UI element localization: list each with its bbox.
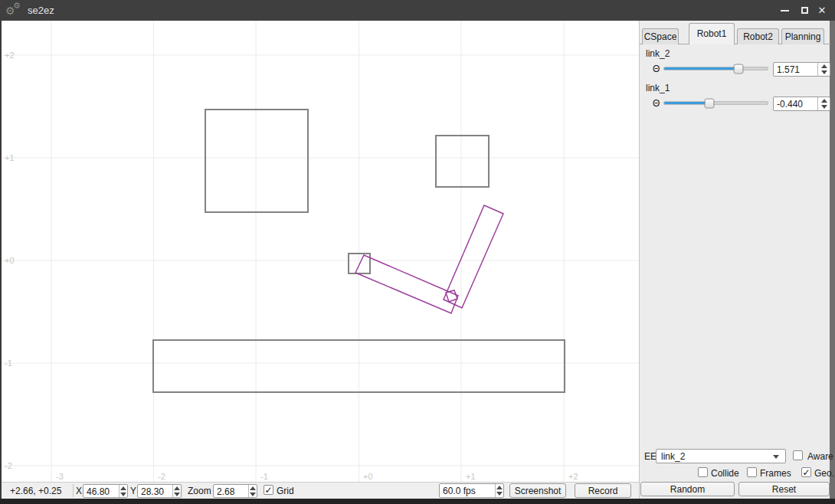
link1-theta-value[interactable]: -0.440: [774, 97, 817, 110]
record-button[interactable]: Record: [575, 483, 631, 498]
spin-up-icon[interactable]: [818, 97, 830, 104]
spin-up-icon[interactable]: [496, 484, 503, 491]
spin-down-icon[interactable]: [818, 70, 830, 77]
grid-checkbox[interactable]: ✓: [264, 485, 273, 495]
obstacle-square-small: [436, 136, 489, 187]
gears-icon: ⚙ ⚙: [5, 2, 25, 20]
x-label: X: [76, 486, 82, 496]
y-label: Y: [130, 486, 136, 496]
window-bottom-border: [0, 499, 835, 504]
aware-label: Aware: [807, 451, 833, 462]
spin-up-icon[interactable]: [818, 63, 830, 70]
tab-robot2[interactable]: Robot2: [737, 28, 779, 44]
theta-symbol: Θ: [653, 98, 660, 109]
cursor-coordinates: +2.66, +0.25: [10, 486, 61, 496]
window-right-border: [830, 21, 835, 499]
slider-fill: [664, 102, 709, 104]
geo-checkbox[interactable]: ✓: [801, 467, 811, 477]
link2-theta-spinbox[interactable]: 1.571: [773, 62, 830, 77]
fps-spinbox[interactable]: 60.0 fps: [439, 483, 504, 498]
spinner-arrows: [119, 485, 127, 497]
y-tick: +1: [5, 153, 15, 162]
y-tick: -1: [5, 358, 12, 368]
y-tick: -2: [5, 461, 12, 470]
link2-slider-handle[interactable]: [734, 64, 744, 74]
tab-planning[interactable]: Planning: [781, 28, 824, 44]
x-tick: -1: [260, 472, 268, 481]
minimize-icon: [781, 10, 789, 11]
geo-label: Geo.: [814, 468, 834, 479]
aware-checkbox[interactable]: [793, 450, 803, 460]
y-axis-labels: +2 +1 +0 -1 -2: [5, 51, 15, 470]
x-axis-labels: -3 -2 -1 +0 +1 +2: [56, 472, 578, 481]
world-canvas[interactable]: +2 +1 +0 -1 -2 -3 -2 -1 +0 +1 +2: [2, 21, 639, 482]
spin-down-icon[interactable]: [818, 104, 830, 111]
spin-down-icon[interactable]: [249, 491, 257, 497]
x-tick: +1: [466, 472, 476, 481]
spin-up-icon[interactable]: [120, 485, 127, 491]
tab-robot1[interactable]: Robot1: [689, 23, 735, 44]
zoom-spinbox[interactable]: 2.68: [213, 484, 257, 498]
spin-down-icon[interactable]: [496, 491, 503, 498]
chevron-down-icon: [773, 455, 779, 459]
x-tick: +0: [363, 472, 373, 481]
fps-value[interactable]: 60.0 fps: [440, 484, 495, 497]
frames-checkbox[interactable]: [747, 467, 757, 477]
ee-label: EE: [644, 451, 657, 462]
spin-down-icon[interactable]: [120, 491, 127, 497]
grid-lines: [2, 21, 639, 482]
control-panel: CSpace Robot1 Robot2 Planning link_2 Θ 1…: [639, 21, 830, 499]
minimize-button[interactable]: [775, 0, 794, 21]
link2-label: link_2: [646, 48, 670, 59]
spinner-arrows: [817, 97, 830, 110]
zoom-value[interactable]: 2.68: [214, 485, 248, 497]
link1-slider-handle[interactable]: [705, 98, 715, 108]
link1-label: link_1: [646, 83, 670, 93]
x-tick: -2: [158, 472, 165, 481]
maximize-button[interactable]: [795, 0, 814, 21]
spinner-arrows: [817, 63, 830, 76]
y-spinbox[interactable]: 28.30: [137, 484, 182, 498]
robot-link1-geometry[interactable]: [355, 255, 458, 313]
zoom-label: Zoom: [188, 486, 211, 496]
x-spinbox[interactable]: 46.80: [83, 484, 128, 498]
link1-theta-slider[interactable]: [663, 101, 768, 105]
tab-cspace[interactable]: CSpace: [642, 28, 679, 44]
slider-fill: [664, 67, 738, 70]
x-value[interactable]: 46.80: [84, 485, 119, 497]
collide-label: Collide: [711, 468, 739, 479]
window-title: se2ez: [28, 5, 54, 16]
grid-label: Grid: [277, 486, 294, 496]
link2-theta-slider[interactable]: [663, 67, 768, 70]
spinner-arrows: [495, 484, 503, 497]
close-icon: ✕: [818, 5, 827, 16]
x-tick: +2: [568, 472, 578, 481]
y-value[interactable]: 28.30: [138, 485, 172, 497]
frames-label: Frames: [760, 468, 791, 479]
random-button[interactable]: Random: [640, 482, 735, 496]
separator: [73, 484, 74, 497]
status-bar: +2.66, +0.25 X 46.80 Y 28.30 Zoom 2.68: [2, 482, 639, 499]
robot-link2-geometry[interactable]: [444, 205, 503, 308]
y-tick: +2: [5, 51, 15, 60]
ee-selected-value: link_2: [661, 451, 685, 462]
spin-up-icon[interactable]: [173, 485, 181, 491]
screenshot-button[interactable]: Screenshot: [509, 483, 566, 498]
x-tick: -3: [56, 472, 64, 481]
spin-down-icon[interactable]: [173, 491, 181, 497]
obstacle-square-large: [205, 110, 308, 212]
spinner-arrows: [248, 485, 257, 497]
ee-dropdown[interactable]: link_2: [656, 449, 786, 463]
y-tick: +0: [5, 256, 15, 265]
reset-button[interactable]: Reset: [738, 482, 830, 496]
tab-content-frame: [640, 44, 830, 499]
link2-theta-value[interactable]: 1.571: [774, 63, 817, 76]
theta-symbol: Θ: [653, 64, 660, 74]
link1-theta-spinbox[interactable]: -0.440: [773, 97, 830, 111]
collide-checkbox[interactable]: [698, 467, 708, 477]
spin-up-icon[interactable]: [249, 485, 257, 491]
title-bar[interactable]: ⚙ ⚙ se2ez ✕: [0, 0, 835, 21]
spinner-arrows: [172, 485, 181, 497]
close-button[interactable]: ✕: [813, 0, 831, 21]
robot-joint-marker: [446, 290, 457, 302]
